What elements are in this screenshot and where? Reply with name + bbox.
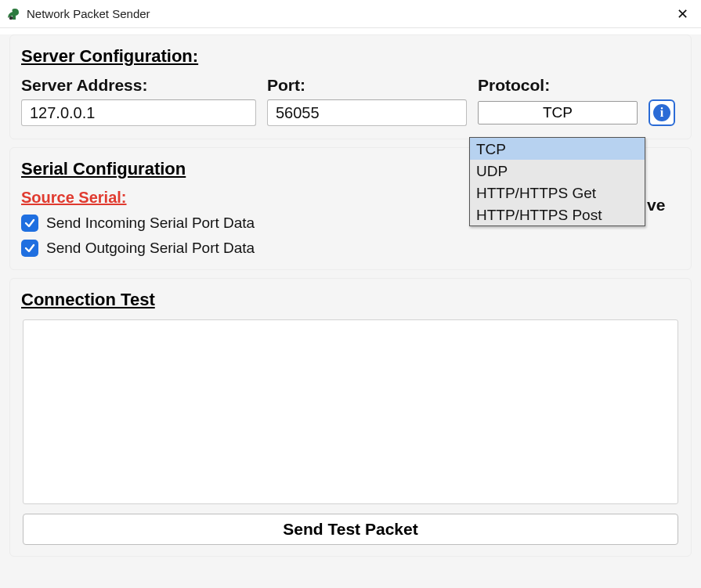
check-icon — [24, 218, 35, 229]
protocol-select-value: TCP — [543, 104, 573, 121]
app-icon — [6, 7, 20, 21]
server-address-input[interactable] — [21, 99, 256, 126]
test-output-area — [23, 319, 678, 504]
obscured-text-fragment: ve — [647, 196, 665, 215]
info-icon: i — [653, 104, 670, 121]
client-area: Server Configuration: Server Address: Po… — [0, 34, 701, 588]
protocol-option-http-post[interactable]: HTTP/HTTPS Post — [470, 204, 645, 225]
incoming-serial-label: Send Incoming Serial Port Data — [46, 215, 255, 232]
svg-point-0 — [9, 16, 13, 20]
outgoing-serial-row: Send Outgoing Serial Port Data — [21, 240, 680, 257]
protocol-dropdown[interactable]: TCP UDP HTTP/HTTPS Get HTTP/HTTPS Post — [469, 137, 645, 226]
titlebar: Network Packet Sender ✕ — [0, 0, 701, 28]
connection-test-heading: Connection Test — [21, 290, 680, 310]
check-icon — [24, 243, 35, 254]
window-title: Network Packet Sender — [27, 7, 665, 20]
protocol-option-udp[interactable]: UDP — [470, 160, 645, 182]
info-button[interactable]: i — [649, 99, 675, 126]
outgoing-serial-checkbox[interactable] — [21, 240, 38, 257]
server-config-group: Server Configuration: Server Address: Po… — [9, 34, 692, 139]
connection-test-group: Connection Test Send Test Packet — [9, 278, 692, 557]
protocol-option-http-get[interactable]: HTTP/HTTPS Get — [470, 182, 645, 204]
outgoing-serial-label: Send Outgoing Serial Port Data — [46, 240, 255, 257]
port-label: Port: — [267, 76, 467, 95]
protocol-select[interactable]: TCP — [478, 101, 638, 124]
incoming-serial-checkbox[interactable] — [21, 215, 38, 232]
port-input[interactable] — [267, 99, 467, 126]
protocol-option-tcp[interactable]: TCP — [470, 138, 645, 160]
close-button[interactable]: ✕ — [671, 3, 693, 25]
server-config-heading: Server Configuration: — [21, 46, 680, 67]
protocol-label: Protocol: — [478, 76, 638, 95]
server-address-label: Server Address: — [21, 76, 256, 95]
send-test-packet-button[interactable]: Send Test Packet — [23, 514, 678, 545]
